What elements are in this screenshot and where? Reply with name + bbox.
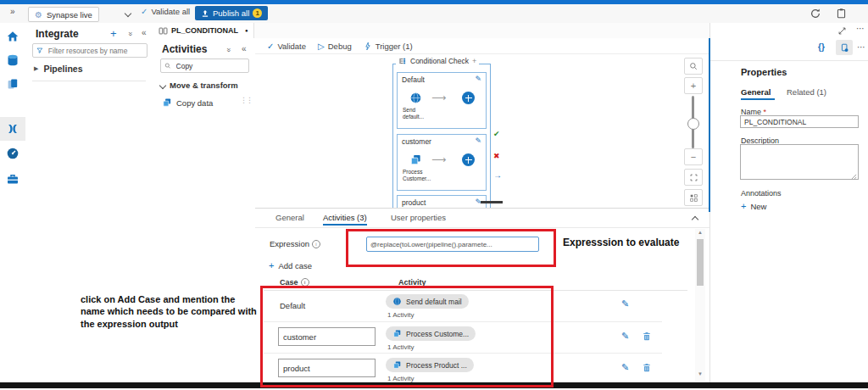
refresh-icon[interactable]	[810, 8, 821, 20]
case-box-product[interactable]: product ✎	[397, 195, 487, 208]
panel-splitter[interactable]	[709, 38, 710, 212]
unsaved-changes-dot: ●	[245, 28, 248, 33]
home-icon[interactable]	[6, 30, 19, 43]
edit-pencil-icon[interactable]: ✎	[621, 299, 629, 309]
expression-label-text: Expression	[270, 239, 309, 248]
delete-trash-icon[interactable]	[642, 331, 652, 342]
web-activity-icon[interactable]	[409, 92, 422, 104]
develop-documents-icon[interactable]	[6, 77, 19, 91]
trigger-button[interactable]: Trigger (1)	[364, 42, 413, 51]
add-case-button[interactable]: + Add case	[269, 260, 312, 270]
copy-data-icon[interactable]	[409, 153, 422, 166]
add-activity-button[interactable]	[462, 153, 475, 166]
case-row-product: Process Product ... 1 Activity ✎	[264, 353, 662, 385]
activity-search-input[interactable]	[175, 61, 245, 71]
section-move-and-transform[interactable]: Move & transform	[160, 81, 238, 90]
auto-align-button[interactable]	[684, 189, 703, 206]
properties-toggle-button[interactable]	[836, 40, 853, 55]
pipeline-name-input[interactable]	[740, 115, 859, 128]
scroll-down-icon[interactable]: ▼	[698, 371, 703, 376]
zoom-out-button[interactable]: −	[684, 148, 703, 165]
scroll-up-icon[interactable]: ▲	[698, 230, 703, 235]
vertical-scrollbar[interactable]: ▲ ▼	[695, 229, 705, 382]
case-box-customer[interactable]: customer ✎ Process Customer... ⟶	[397, 134, 487, 191]
integrate-pipeline-icon[interactable]	[6, 122, 19, 136]
collapse-panel-icon[interactable]: «	[142, 28, 147, 37]
case-name-input[interactable]	[279, 329, 375, 346]
horizontal-scrollbar[interactable]	[481, 201, 503, 203]
collapse-panel-icon[interactable]: «	[242, 44, 247, 53]
validate-button[interactable]: ✓ Validate	[267, 42, 306, 51]
expression-input[interactable]	[366, 237, 539, 252]
add-resource-button[interactable]: +	[110, 27, 117, 40]
activity-pill[interactable]: Process Custome...	[386, 326, 476, 341]
activity-name-line2: Customer...	[403, 176, 431, 182]
canvas-surface[interactable]: Conditional Check + Default ✎ Send defau…	[255, 53, 709, 208]
sidebar-item-pipelines[interactable]: ▶ Pipelines	[34, 64, 83, 74]
tab-activities[interactable]: Activities (3)	[323, 213, 367, 222]
edit-pencil-icon[interactable]: ✎	[621, 332, 629, 341]
debug-button[interactable]: ▷ Debug	[318, 42, 352, 51]
case-row-customer: Process Custome... 1 Activity ✎	[264, 321, 662, 354]
resource-filter-field[interactable]	[32, 43, 147, 58]
case-name-field[interactable]	[278, 327, 376, 346]
tab-pl-conditional[interactable]: PL_CONDITIONAL ●	[153, 23, 254, 38]
expand-toolbar-icon[interactable]: »	[10, 7, 15, 16]
failure-port-icon[interactable]: ✖	[493, 152, 500, 160]
more-options-icon[interactable]: ⋯	[857, 42, 865, 52]
activity-name-line1: Process	[403, 169, 431, 176]
flow-arrow-icon: ⟶	[431, 92, 446, 103]
add-annotation-button[interactable]: + New	[741, 201, 766, 211]
edit-pencil-icon[interactable]: ✎	[475, 75, 481, 83]
switch-activity-header[interactable]: Conditional Check +	[396, 57, 479, 65]
collapse-all-icon[interactable]: »	[225, 47, 233, 52]
code-view-button[interactable]: {}	[818, 42, 825, 52]
case-name: customer	[402, 137, 431, 146]
collapse-all-icon[interactable]: »	[126, 31, 135, 36]
validate-label: Validate	[277, 42, 306, 51]
tab-properties-related[interactable]: Related (1)	[787, 87, 826, 97]
zoom-in-button[interactable]: +	[684, 77, 703, 94]
workspace-dropdown-chevron-icon[interactable]	[125, 10, 131, 17]
skip-port-icon[interactable]: →	[493, 170, 502, 180]
zoom-slider-knob[interactable]	[687, 118, 699, 130]
resource-filter-input[interactable]	[47, 46, 143, 56]
activity-pill[interactable]: Process Product ...	[386, 358, 474, 372]
connector-plus-icon[interactable]: +	[472, 57, 476, 65]
case-name-field[interactable]	[278, 359, 376, 377]
drag-grip-icon[interactable]: ⋮⋮	[240, 96, 252, 104]
tab-user-properties[interactable]: User properties	[391, 213, 446, 222]
monitor-gauge-icon[interactable]	[6, 147, 19, 160]
case-name-input[interactable]	[279, 360, 375, 377]
scrollbar-thumb[interactable]	[697, 239, 704, 286]
publish-all-button[interactable]: Publish all 1	[195, 6, 268, 20]
delete-trash-icon[interactable]	[642, 362, 652, 373]
manage-toolbox-icon[interactable]	[6, 172, 19, 186]
more-options-icon[interactable]: ⋯	[856, 24, 865, 33]
activities-panel: Activities » « Move & transform Copy dat…	[153, 38, 256, 382]
tab-general[interactable]: General	[275, 213, 304, 222]
add-activity-button[interactable]	[462, 92, 475, 104]
switch-activity-icon	[398, 57, 407, 65]
collapse-panel-chevron-icon[interactable]	[692, 216, 698, 223]
success-port-icon[interactable]: ✔	[493, 130, 500, 138]
activity-copy-data[interactable]: Copy data	[162, 98, 213, 108]
case-box-default[interactable]: Default ✎ Send default... ⟶	[397, 72, 487, 129]
activity-pill[interactable]: Send default mail	[386, 294, 469, 309]
activity-search-field[interactable]	[160, 58, 249, 73]
description-textarea[interactable]	[740, 144, 859, 180]
tab-properties-general[interactable]: General	[741, 87, 771, 97]
zoom-search-button[interactable]	[684, 58, 703, 75]
pipeline-canvas[interactable]: ✓ Validate ▷ Debug Trigger (1) Condition…	[255, 38, 709, 208]
workspace-mode-selector[interactable]: ⚙ Synapse live	[28, 7, 99, 22]
data-database-icon[interactable]	[6, 53, 19, 67]
feedback-clipboard-icon[interactable]	[836, 8, 847, 19]
fit-to-screen-button[interactable]	[684, 169, 703, 186]
edit-pencil-icon[interactable]: ✎	[475, 137, 481, 145]
resize-handle-icon[interactable]	[851, 174, 857, 180]
canvas-toolbar: ✓ Validate ▷ Debug Trigger (1)	[255, 38, 709, 54]
expand-panel-icon[interactable]	[837, 26, 847, 36]
edit-pencil-icon[interactable]: ✎	[621, 363, 629, 372]
validate-all-button[interactable]: ✓ Validate all	[141, 7, 190, 16]
switch-activity-title: Conditional Check	[410, 57, 469, 65]
